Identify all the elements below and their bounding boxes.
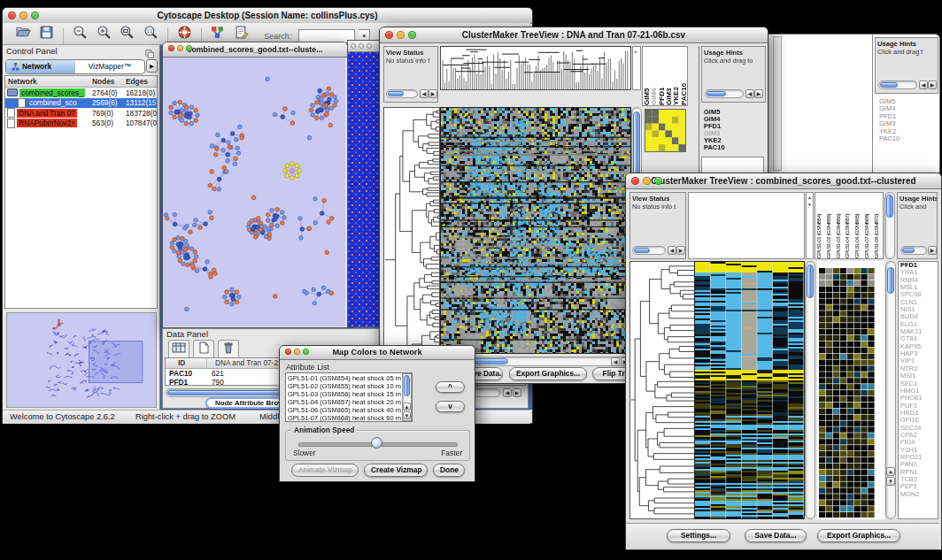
scroll-right-icon[interactable]: ▶ — [429, 89, 437, 98]
attribute-item[interactable]: GPL51-01 (GSM854) heat shock 05 min — [288, 374, 401, 382]
tv2-heatmap-canvas[interactable] — [695, 262, 804, 518]
help-button[interactable] — [174, 25, 194, 42]
scroll-left-icon[interactable]: ◀ — [919, 81, 928, 89]
cytoscape-titlebar[interactable]: Cytoscape Desktop (Session Name: collins… — [3, 8, 532, 24]
close-icon[interactable] — [631, 177, 639, 185]
minimize-icon[interactable] — [177, 45, 183, 51]
animate-vizmap-button[interactable]: Animate Vizmap — [291, 464, 359, 477]
delete-attribute-tab[interactable] — [218, 340, 239, 357]
tv2-gene-list[interactable]: PFD1YRA1RNR4MSL1SPC98CLN1NIS1BUD4ELG1MAK… — [898, 261, 938, 519]
minimize-icon[interactable] — [294, 349, 300, 355]
network-view-canvas[interactable] — [163, 58, 345, 326]
create-vizmap-button[interactable]: Create Vizmap — [364, 464, 428, 477]
attribute-item[interactable]: GPL51-03 (GSM856) heat shock 15 min — [288, 390, 401, 398]
scroll-left-icon[interactable]: ◀ — [420, 89, 429, 98]
done-button[interactable]: Done — [433, 464, 465, 477]
minimize-icon[interactable] — [397, 31, 405, 39]
scroll-right-icon[interactable]: ▶ — [754, 89, 763, 98]
save-session-button[interactable] — [37, 25, 57, 42]
zoom-window-icon[interactable] — [367, 43, 372, 49]
zoom-selected-button[interactable] — [118, 25, 137, 42]
move-down-button[interactable]: v — [436, 401, 465, 412]
attribute-listbox[interactable]: GPL51-01 (GSM854) heat shock 05 minGPL51… — [285, 372, 413, 422]
tv1-status-hscrollbar[interactable] — [386, 89, 418, 98]
scroll-down-icon[interactable]: ▼ — [886, 477, 895, 486]
network-view2-titlebar[interactable] — [348, 41, 380, 52]
window-controls[interactable] — [631, 177, 662, 185]
animation-slider-handle[interactable] — [371, 437, 382, 449]
tv1-summary-matrix-canvas[interactable] — [645, 110, 685, 151]
tv2-hints-hscrollbar[interactable] — [900, 246, 927, 255]
attribute-item[interactable]: GPL51-07 (GSM868) heat shock 60 min — [288, 414, 401, 421]
tv2-column-dendrogram[interactable] — [688, 192, 805, 259]
network-row[interactable]: DNA and Tran 07769(0)183728(0) — [5, 108, 157, 119]
scroll-thumb[interactable] — [887, 267, 894, 294]
tab-vizmapper[interactable]: VizMapper™ — [75, 60, 144, 73]
vizmapper-button[interactable] — [208, 25, 228, 42]
tv2-status-hscrollbar[interactable] — [632, 246, 666, 255]
scroll-left-icon[interactable]: ◀ — [503, 388, 512, 397]
scroll-thumb[interactable] — [886, 195, 893, 218]
window-controls[interactable] — [8, 12, 39, 19]
minimize-icon[interactable] — [643, 177, 651, 185]
scroll-down-icon[interactable]: ▼ — [807, 202, 812, 207]
attribute-item[interactable]: GPL51-02 (GSM855) heat shock 10 min — [288, 382, 401, 390]
scroll-up-icon[interactable]: ▲ — [886, 467, 895, 476]
tv1-summary-matrix[interactable] — [645, 109, 686, 152]
tv2-heatmap[interactable] — [694, 261, 805, 519]
scroll-thumb[interactable] — [880, 82, 898, 88]
tv2-label-scroll-arrows[interactable]: ▲ ▼ — [806, 192, 814, 259]
tv1-row-dendrogram[interactable] — [383, 107, 440, 378]
scroll-thumb[interactable] — [404, 375, 410, 396]
zoom-window-icon[interactable] — [303, 349, 309, 355]
network-row[interactable]: RNAPuberNov2+563(0)107847(0) — [5, 119, 157, 129]
close-icon[interactable] — [285, 349, 291, 355]
tv2-gene-vscrollbar[interactable]: ▲ ▼ — [885, 261, 896, 519]
dense-network-canvas[interactable] — [348, 52, 380, 326]
treeview1-titlebar[interactable]: ClusterMaker TreeView : DNA and Tran 07-… — [380, 27, 768, 43]
tv2-left-dendrogram-canvas[interactable] — [630, 262, 694, 518]
new-attribute-tab[interactable] — [193, 340, 214, 357]
tv1-heatmap[interactable] — [440, 107, 631, 354]
window-controls[interactable] — [351, 43, 372, 49]
tv1-heatmap-canvas[interactable] — [441, 108, 630, 353]
tab-overflow-button[interactable]: ▶ — [146, 59, 158, 73]
tv1-top-dendrogram-canvas[interactable] — [441, 47, 630, 89]
tv2-save-data-button[interactable]: Save Data... — [745, 529, 807, 542]
window-controls[interactable] — [168, 45, 192, 51]
scroll-thumb[interactable] — [706, 91, 726, 96]
zoom-window-icon[interactable] — [31, 12, 39, 19]
zoom-window-icon[interactable] — [654, 177, 662, 185]
tv2-vscrollbar[interactable] — [805, 261, 815, 519]
tv2-secondary-heatmap-canvas[interactable] — [819, 268, 875, 518]
annotation-button[interactable] — [231, 25, 251, 42]
scroll-right-icon[interactable]: ▶ — [513, 388, 521, 397]
scroll-right-icon[interactable]: ▶ — [928, 81, 937, 89]
attribute-list-vscrollbar[interactable]: ▲ ▼ — [402, 373, 412, 421]
tv1-column-dendrogram[interactable] — [440, 46, 631, 90]
treeview2-titlebar[interactable]: ClusterMaker TreeView : combined_scores_… — [626, 173, 941, 189]
scroll-thumb[interactable] — [388, 91, 404, 96]
move-up-button[interactable]: ^ — [436, 381, 465, 393]
scroll-left-icon[interactable]: ◀ — [668, 246, 676, 255]
attribute-item[interactable]: GPL51-04 (GSM857) heat shock 20 min — [288, 398, 401, 406]
zoom-fit-button[interactable]: 1:1 — [141, 25, 160, 42]
scroll-up-icon[interactable]: ▲ — [403, 403, 411, 410]
zoom-window-icon[interactable] — [186, 45, 192, 51]
tv1-left-dendrogram-canvas[interactable] — [384, 108, 439, 377]
close-icon[interactable] — [168, 45, 174, 51]
window-controls[interactable] — [385, 31, 416, 39]
scroll-left-icon[interactable]: ◀ — [745, 89, 754, 98]
tv2-row-dendrogram[interactable] — [629, 261, 695, 519]
close-icon[interactable] — [351, 43, 356, 49]
minimize-icon[interactable] — [359, 43, 364, 49]
tab-network[interactable]: Network — [6, 60, 75, 73]
scroll-right-icon[interactable]: ▶ — [676, 246, 685, 255]
minimize-icon[interactable] — [19, 12, 27, 19]
zoom-out-button[interactable] — [71, 25, 90, 42]
scroll-left-icon[interactable]: ◀ — [611, 357, 620, 366]
attribute-item[interactable]: GPL51-06 (GSM865) heat shock 40 min — [288, 406, 401, 414]
zoom-window-icon[interactable] — [408, 31, 416, 39]
network-overview[interactable] — [6, 312, 157, 408]
tv2-label-vscrollbar[interactable] — [884, 192, 895, 259]
